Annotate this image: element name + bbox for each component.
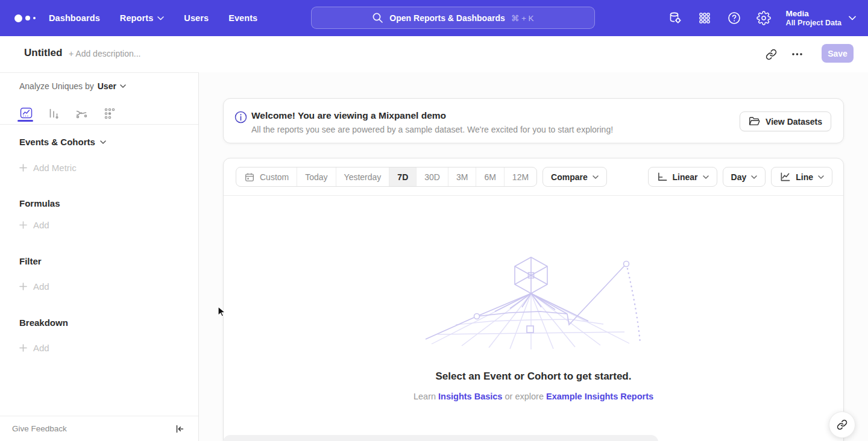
chevron-down-icon [751, 175, 757, 179]
chart-type-label: Line [796, 172, 813, 182]
tab-insights-line-chart[interactable] [19, 106, 33, 120]
explore-middle: or explore [505, 392, 543, 401]
save-button[interactable]: Save [822, 44, 854, 63]
analyze-by-dropdown[interactable]: User [98, 81, 126, 91]
range-30d[interactable]: 30D [416, 167, 448, 186]
main-content: Welcome! You are viewing a Mixpanel demo… [200, 72, 868, 441]
collapse-sidebar-icon[interactable] [174, 424, 185, 434]
search-icon [372, 12, 383, 23]
empty-state-title: Select an Event or Cohort to get started… [224, 371, 843, 383]
events-cohorts-section[interactable]: Events & Cohorts [19, 137, 106, 147]
report-description-placeholder[interactable]: + Add description... [69, 49, 140, 58]
nav-item-reports-label: Reports [120, 13, 154, 23]
scale-dropdown[interactable]: Linear [648, 167, 717, 187]
range-3m[interactable]: 3M [448, 167, 476, 186]
top-nav: Dashboards Reports Users Events Open Rep… [0, 0, 868, 36]
banner-title: Welcome! You are viewing a Mixpanel demo [251, 110, 446, 121]
insights-basics-link[interactable]: Insights Basics [438, 392, 502, 401]
add-formula-button[interactable]: Add [19, 220, 49, 230]
interval-dropdown[interactable]: Day [723, 167, 766, 187]
help-icon[interactable] [727, 11, 741, 25]
add-metric-button[interactable]: Add Metric [19, 163, 77, 173]
info-icon [234, 111, 247, 126]
banner-subtitle: All the reports you see are powered by a… [251, 125, 613, 134]
events-drawer-handle[interactable] [223, 435, 658, 441]
mixpanel-app: Dashboards Reports Users Events Open Rep… [0, 0, 868, 441]
chevron-down-icon [100, 140, 106, 144]
settings-gear-icon[interactable] [756, 11, 771, 25]
range-custom[interactable]: Custom [236, 167, 297, 186]
active-tab-indicator [17, 120, 33, 122]
tab-bar-chart[interactable] [46, 106, 61, 120]
range-custom-label: Custom [260, 172, 289, 182]
link-icon [837, 419, 848, 430]
formulas-section-title: Formulas [19, 198, 60, 208]
compare-label: Compare [551, 172, 588, 182]
calendar-icon [244, 172, 255, 183]
view-datasets-button[interactable]: View Datasets [740, 111, 831, 131]
chevron-down-icon [703, 175, 709, 179]
chevron-down-icon [818, 175, 824, 179]
project-name: Media [786, 9, 841, 19]
chart-toolbar: Custom Today Yesterday 7D 30D 3M 6M 12M … [224, 158, 843, 196]
breakdown-section-title: Breakdown [19, 317, 68, 328]
analyze-label: Analyze Uniques by [19, 81, 94, 91]
data-management-icon[interactable] [668, 11, 682, 25]
nav-item-events[interactable]: Events [228, 13, 257, 23]
tab-flows[interactable] [74, 106, 89, 120]
plus-icon [19, 164, 27, 172]
report-header: Untitled + Add description... Save [0, 36, 868, 72]
empty-state-links: Learn Insights Basics or explore Example… [224, 392, 843, 401]
mixpanel-logo[interactable] [14, 14, 36, 22]
nav-item-dashboards[interactable]: Dashboards [49, 13, 100, 23]
plus-icon [19, 283, 27, 290]
date-range-selector: Custom Today Yesterday 7D 30D 3M 6M 12M [236, 167, 537, 187]
tab-retention[interactable] [102, 106, 116, 120]
copy-link-icon[interactable] [763, 46, 779, 62]
interval-label: Day [731, 172, 747, 182]
range-7d[interactable]: 7D [389, 167, 416, 186]
project-selector[interactable]: Media All Project Data [786, 9, 856, 28]
nav-item-reports[interactable]: Reports [120, 13, 165, 23]
chevron-down-icon [593, 175, 599, 179]
empty-state-illustration [420, 254, 649, 353]
chevron-down-icon [120, 84, 126, 88]
sidebar-footer: Give Feedback [0, 416, 198, 441]
share-link-fab[interactable] [829, 411, 855, 438]
project-scope: All Project Data [786, 19, 841, 28]
example-reports-link[interactable]: Example Insights Reports [546, 392, 653, 401]
linear-axis-icon [656, 172, 668, 182]
compare-button[interactable]: Compare [542, 167, 607, 187]
nav-item-users[interactable]: Users [184, 13, 209, 23]
learn-prefix: Learn [414, 392, 436, 401]
add-formula-label: Add [33, 220, 49, 230]
add-breakdown-button[interactable]: Add [19, 343, 49, 353]
range-yesterday[interactable]: Yesterday [336, 167, 389, 186]
search-placeholder: Open Reports & Dashboards [389, 13, 505, 23]
plus-icon [19, 221, 27, 229]
logo-dot-large [14, 14, 22, 22]
report-title[interactable]: Untitled [24, 47, 62, 59]
search-shortcut: ⌘ + K [511, 13, 534, 23]
chevron-down-icon [157, 16, 164, 20]
apps-grid-icon[interactable] [697, 11, 712, 25]
folder-icon [749, 116, 760, 127]
add-breakdown-label: Add [33, 343, 49, 353]
range-today[interactable]: Today [297, 167, 335, 186]
primary-nav: Dashboards Reports Users Events [49, 13, 257, 23]
more-options-icon[interactable] [789, 46, 805, 62]
range-12m[interactable]: 12M [504, 167, 536, 186]
range-6m[interactable]: 6M [476, 167, 503, 186]
chevron-down-icon [849, 16, 856, 20]
query-builder-sidebar: Analyze Uniques by User Events & Cohorts [0, 72, 199, 441]
chart-type-dropdown[interactable]: Line [771, 167, 832, 187]
report-type-tabs [0, 102, 198, 125]
logo-dot-small [33, 17, 36, 19]
give-feedback-link[interactable]: Give Feedback [12, 424, 67, 433]
add-filter-button[interactable]: Add [19, 281, 49, 292]
add-metric-label: Add Metric [33, 163, 77, 173]
welcome-banner: Welcome! You are viewing a Mixpanel demo… [223, 98, 844, 143]
plus-icon [19, 344, 27, 352]
global-search-input[interactable]: Open Reports & Dashboards ⌘ + K [311, 7, 595, 29]
scale-label: Linear [673, 172, 698, 182]
